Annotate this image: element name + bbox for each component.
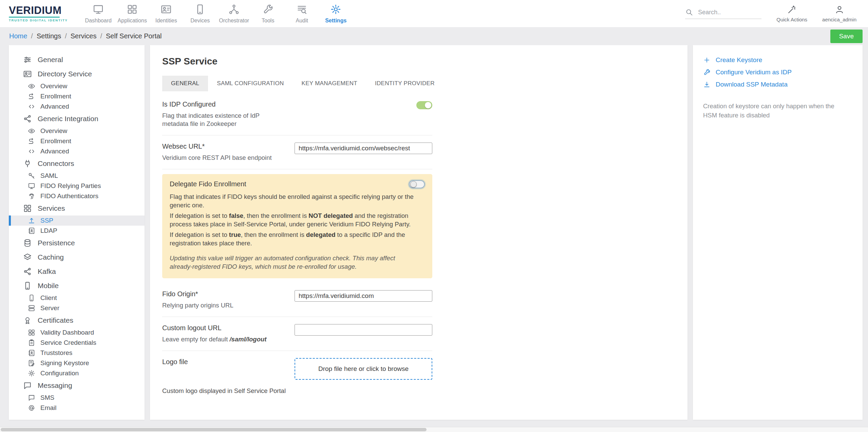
search-input[interactable] [697, 8, 761, 16]
sidebar-item-truststores[interactable]: Truststores [9, 348, 145, 358]
quick-actions-button[interactable]: Quick Actions [776, 5, 807, 22]
custom-logout-label: Custom logout URL [162, 324, 283, 332]
sidebar-item-signing-keystore[interactable]: Signing Keystore [9, 358, 145, 368]
action-download-ssp-metadata[interactable]: Download SSP Metadata [703, 78, 852, 91]
sidebar-item-overview[interactable]: Overview [9, 81, 145, 91]
fido-origin-input[interactable] [295, 290, 432, 302]
delegate-fido-toggle[interactable] [409, 180, 425, 188]
sidebar-section-messaging[interactable]: Messaging [9, 378, 145, 393]
server-icon [28, 304, 35, 312]
websec-url-input[interactable] [295, 143, 432, 154]
logo-dropzone[interactable]: Drop file here or click to browse [295, 358, 432, 380]
sidebar-item-ldap[interactable]: LDAP [9, 226, 145, 236]
horizontal-scrollbar[interactable] [0, 427, 868, 432]
breadcrumb-item-settings[interactable]: Settings [37, 32, 61, 40]
sidebar-section-caching[interactable]: Caching [9, 250, 145, 264]
fingerprint-icon [28, 192, 35, 200]
sidebar-item-label: Server [40, 304, 59, 312]
nav-item-identities[interactable]: Identities [149, 0, 183, 27]
sidebar-item-label: FIDO Relying Parties [40, 182, 101, 190]
sidebar-section-label: Certificates [38, 316, 73, 324]
admin-user-menu[interactable]: aencica_admin [822, 5, 856, 22]
sidebar-item-service-credentials[interactable]: Service Credentials [9, 338, 145, 348]
tab-saml-configuration[interactable]: SAML CONFIGURATION [208, 76, 293, 91]
sidebar-item-email[interactable]: Email [9, 403, 145, 413]
delegate-description-paragraph: If delegation is set to true, then the e… [170, 231, 417, 247]
applications-icon [127, 4, 138, 15]
breadcrumb: Home/Settings/Services/Self Service Port… [9, 32, 162, 40]
tools-icon [262, 4, 273, 15]
nav-item-settings[interactable]: Settings [319, 0, 353, 27]
user-icon [835, 5, 844, 14]
route-icon [28, 93, 35, 100]
breadcrumb-item-services[interactable]: Services [71, 32, 97, 40]
sidebar-item-advanced[interactable]: Advanced [9, 146, 145, 156]
grid-icon [23, 204, 32, 213]
sidebar-section-generic-integration[interactable]: Generic Integration [9, 112, 145, 126]
chat-icon [23, 381, 32, 390]
action-configure-veridium-as-idp[interactable]: Configure Veridium as IDP [703, 66, 852, 78]
dashboard-icon [93, 4, 104, 15]
horizontal-scrollbar-thumb[interactable] [1, 428, 427, 431]
sidebar-item-saml[interactable]: SAML [9, 171, 145, 181]
sidebar-item-fido-relying-parties[interactable]: FIDO Relying Parties [9, 181, 145, 191]
delegate-description-paragraph: Updating this value will trigger an auto… [170, 254, 417, 271]
save-button[interactable]: Save [830, 30, 863, 43]
phone-icon [28, 294, 35, 302]
sidebar-section-persistence[interactable]: Persistence [9, 236, 145, 250]
custom-logout-help-default: /saml/logout [229, 336, 266, 343]
sidebar-item-overview[interactable]: Overview [9, 126, 145, 136]
settings-icon [330, 4, 341, 15]
eye-icon [28, 127, 35, 135]
sidebar-section-label: Mobile [38, 282, 59, 290]
sidebar-section-directory-service[interactable]: Directory Service [9, 67, 145, 81]
settings-icon [28, 370, 35, 377]
nav-item-audit[interactable]: Audit [285, 0, 319, 27]
sidebar-item-server[interactable]: Server [9, 303, 145, 313]
field-row-fido-origin: Fido Origin* Relying party origins URL [162, 283, 432, 317]
sidebar-item-label: Validity Dashboard [40, 329, 94, 336]
nav-item-orchestrator[interactable]: Orchestrator [217, 0, 251, 27]
sidebar-item-label: Advanced [40, 148, 69, 155]
tab-identity-provider[interactable]: IDENTITY PROVIDER [366, 76, 444, 91]
book-icon [28, 227, 35, 234]
is-idp-configured-toggle[interactable] [416, 101, 432, 109]
search-box [685, 8, 761, 19]
breadcrumb-item-home[interactable]: Home [9, 32, 27, 40]
nav-item-label: Audit [296, 18, 308, 24]
nav-item-devices[interactable]: Devices [183, 0, 217, 27]
sidebar-item-ssp[interactable]: SSP [9, 215, 145, 226]
action-label: Configure Veridium as IDP [716, 69, 792, 76]
custom-logout-input[interactable] [295, 324, 432, 336]
nav-item-dashboard[interactable]: Dashboard [81, 0, 115, 27]
sidebar-item-enrollment[interactable]: Enrollment [9, 136, 145, 146]
veridium-logo[interactable]: VERIDIUM TRUSTED DIGITAL IDENTITY [9, 5, 68, 22]
sidebar-item-client[interactable]: Client [9, 293, 145, 303]
field-row-logo-file: Logo file Drop file here or click to bro… [162, 351, 432, 381]
sidebar-item-enrollment[interactable]: Enrollment [9, 91, 145, 101]
tab-key-management[interactable]: KEY MANAGEMENT [293, 76, 366, 91]
action-create-keystore[interactable]: Create Keystore [703, 54, 852, 66]
database-icon [23, 239, 32, 247]
nav-item-applications[interactable]: Applications [115, 0, 149, 27]
delegate-description: Flag that indicates if FIDO keys should … [170, 193, 425, 271]
sidebar-item-label: Service Credentials [40, 339, 96, 346]
settings-sidebar: GeneralDirectory ServiceOverviewEnrollme… [9, 45, 145, 420]
sidebar-item-sms[interactable]: SMS [9, 393, 145, 403]
sidebar-item-advanced[interactable]: Advanced [9, 101, 145, 112]
sidebar-section-connectors[interactable]: Connectors [9, 156, 145, 171]
sidebar-section-services[interactable]: Services [9, 201, 145, 215]
sidebar-section-certificates[interactable]: Certificates [9, 313, 145, 327]
sidebar-item-fido-authenticators[interactable]: FIDO Authenticators [9, 191, 145, 201]
sidebar-item-validity-dashboard[interactable]: Validity Dashboard [9, 327, 145, 338]
sidebar-section-kafka[interactable]: Kafka [9, 264, 145, 279]
sidebar-item-configuration[interactable]: Configuration [9, 368, 145, 378]
layers-icon [23, 253, 32, 262]
nav-item-tools[interactable]: Tools [251, 0, 285, 27]
tab-general[interactable]: GENERAL [162, 76, 208, 91]
custom-logout-help-prefix: Leave empty for default [162, 336, 229, 343]
sidebar-item-label: Advanced [40, 103, 69, 110]
logo-file-help: Custom logo displayed in Self Service Po… [162, 387, 432, 395]
sidebar-section-mobile[interactable]: Mobile [9, 279, 145, 293]
sidebar-section-general[interactable]: General [9, 53, 145, 67]
